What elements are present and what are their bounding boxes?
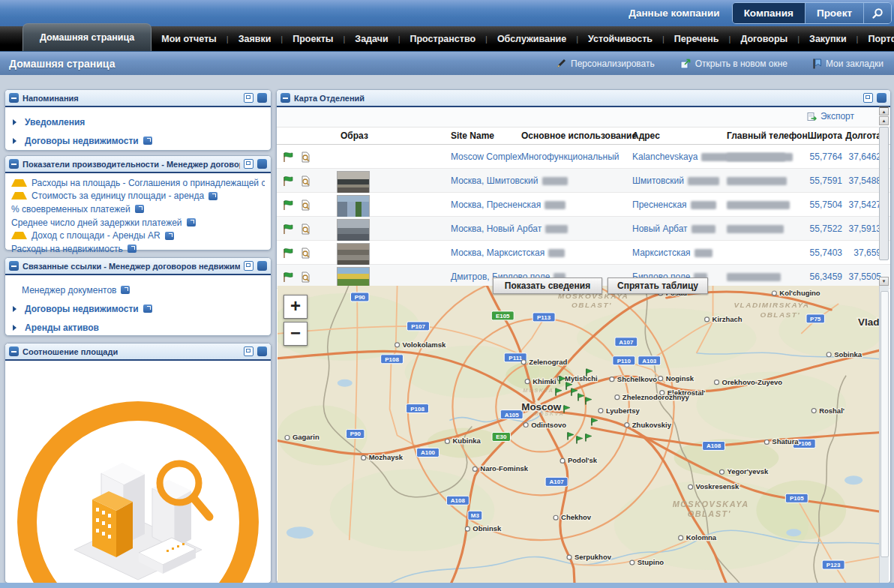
column-header[interactable]: Основное использование <box>521 128 631 144</box>
flag-icon[interactable] <box>283 272 295 283</box>
panel-menu-icon[interactable] <box>257 159 267 169</box>
restore-icon[interactable] <box>244 159 254 169</box>
restore-icon[interactable] <box>244 261 254 271</box>
panel-link[interactable]: Уведомления <box>13 112 263 131</box>
flag-icon[interactable] <box>283 152 295 163</box>
panel-menu-icon[interactable] <box>877 93 886 103</box>
panel-link[interactable]: Расходы на площадь - Соглашения о принад… <box>11 176 265 190</box>
panel-menu-icon[interactable] <box>257 93 267 103</box>
scrollbar-thumb[interactable] <box>879 127 889 260</box>
table-row[interactable]: Moscow ComplexМногофункциональныйKalanch… <box>277 145 890 169</box>
open-new-window-button[interactable]: Открыть в новом окне <box>680 58 788 69</box>
scroll-to-top-button[interactable]: ▲ <box>879 106 889 116</box>
table-row[interactable]: Москва, ШмитовскийШмитовский55,759137,54… <box>277 169 890 193</box>
panel-header[interactable]: Связанные ссылки - Менеджер договоров не… <box>5 258 271 275</box>
table-row[interactable]: Москва, МарксистскаяМарксистская55,74033… <box>277 241 890 265</box>
nav-tab-5[interactable]: Пространство <box>400 34 486 44</box>
report-icon[interactable] <box>143 136 152 145</box>
panel-link[interactable]: Менеджер документов <box>13 280 263 299</box>
nav-tab-2[interactable]: Заявки <box>229 34 281 44</box>
company-data-link[interactable]: Данные компании <box>628 8 719 19</box>
column-header[interactable]: Образ <box>337 128 452 144</box>
nav-tab-8[interactable]: Перечень <box>664 34 729 44</box>
collapse-icon[interactable] <box>9 261 19 271</box>
expand-arrow-icon[interactable] <box>13 138 20 144</box>
flag-icon[interactable] <box>283 200 295 211</box>
map-canvas[interactable]: MOSKOVSKAYAOBLAST'VLADIMIRSKAYAOBLAST'MO… <box>278 286 880 584</box>
column-header[interactable]: Главный телефон <box>727 128 806 144</box>
report-icon[interactable] <box>187 218 196 226</box>
site-photo-thumbnail[interactable] <box>337 243 370 266</box>
search-button[interactable] <box>864 3 891 23</box>
scroll-up-button[interactable]: ▲ <box>879 116 889 125</box>
document-preview-icon[interactable] <box>300 152 311 163</box>
column-header[interactable]: Адрес <box>632 128 727 144</box>
report-icon[interactable] <box>208 192 218 200</box>
site-photo-thumbnail[interactable] <box>337 195 370 218</box>
hide-table-button[interactable]: Спрятать таблицу <box>608 278 708 294</box>
nav-tab-6[interactable]: Обслуживание <box>488 34 576 44</box>
panel-menu-icon[interactable] <box>257 261 267 271</box>
flag-icon[interactable] <box>283 248 295 259</box>
address-link[interactable]: Пресненская <box>632 200 687 210</box>
panel-link[interactable]: Стоимость за единицу площади - аренда <box>11 190 265 203</box>
project-scope-button[interactable]: Проект <box>806 3 864 23</box>
report-icon[interactable] <box>135 205 144 213</box>
column-header[interactable]: Широта <box>803 128 842 144</box>
column-header[interactable]: Долгота <box>845 128 881 144</box>
table-row[interactable]: Москва, ПресненскаяПресненская55,750437,… <box>277 193 890 217</box>
export-button[interactable]: Экспорт <box>807 111 854 122</box>
document-preview-icon[interactable] <box>300 176 311 187</box>
panel-header[interactable]: Карта Отделений <box>277 90 890 107</box>
show-details-button[interactable]: Показать сведения <box>493 278 602 294</box>
address-link[interactable]: Kalanchevskaya <box>632 152 698 162</box>
collapse-icon[interactable] <box>9 346 19 356</box>
collapse-icon[interactable] <box>9 93 19 103</box>
collapse-icon[interactable] <box>9 159 19 169</box>
nav-tab-4[interactable]: Задачи <box>345 34 398 44</box>
panel-menu-icon[interactable] <box>257 346 267 356</box>
panel-link[interactable]: Договоры недвижимости <box>13 131 263 150</box>
panel-link[interactable]: Расходы на недвижимость <box>11 242 265 256</box>
panel-header[interactable]: Соотношение площади <box>5 344 271 361</box>
panel-link[interactable]: % своевременных платежей <box>11 202 265 216</box>
site-name-link[interactable]: Moscow Complex <box>451 152 522 162</box>
nav-tab-1[interactable]: Мои отчеты <box>152 34 226 44</box>
panel-link[interactable]: Договоры недвижимости <box>13 299 263 318</box>
zoom-in-button[interactable]: + <box>284 295 308 319</box>
address-link[interactable]: Марксистская <box>632 248 691 258</box>
report-icon[interactable] <box>121 286 130 294</box>
restore-icon[interactable] <box>244 346 254 356</box>
scroll-down-button[interactable]: ▼ <box>879 277 889 286</box>
report-icon[interactable] <box>143 304 152 313</box>
nav-tab-7[interactable]: Устойчивость <box>578 34 662 44</box>
document-preview-icon[interactable] <box>300 224 311 235</box>
restore-icon[interactable] <box>244 93 254 103</box>
flag-icon[interactable] <box>283 224 295 235</box>
flag-icon[interactable] <box>283 176 295 187</box>
panel-header[interactable]: Показатели производительности - Менеджер… <box>5 156 271 173</box>
site-photo-thumbnail[interactable] <box>337 219 370 242</box>
nav-tab-0[interactable]: Домашняя страница <box>22 23 152 52</box>
report-icon[interactable] <box>165 232 174 240</box>
panel-header[interactable]: Напоминания <box>5 90 271 107</box>
nav-tab-10[interactable]: Закупки <box>800 34 856 44</box>
document-preview-icon[interactable] <box>300 200 311 211</box>
nav-tab-11[interactable]: Портфолио <box>858 34 894 44</box>
expand-arrow-icon[interactable] <box>13 325 20 331</box>
expand-arrow-icon[interactable] <box>13 119 20 125</box>
company-scope-button[interactable]: Компания <box>733 3 806 23</box>
map-scrollbar[interactable] <box>879 286 889 583</box>
site-photo-thumbnail[interactable] <box>337 171 370 194</box>
nav-tab-9[interactable]: Договоры <box>730 34 797 44</box>
document-preview-icon[interactable] <box>300 248 311 259</box>
personalize-button[interactable]: Персонализировать <box>556 58 655 69</box>
address-link[interactable]: Новый Арбат <box>632 224 688 234</box>
document-preview-icon[interactable] <box>300 272 311 283</box>
table-scrollbar[interactable]: ▲ ▲ ▼ <box>879 106 889 286</box>
zoom-out-button[interactable]: − <box>284 322 308 346</box>
map-scrollbar-thumb[interactable] <box>880 291 889 557</box>
panel-link[interactable]: Среднее число дней задержки платежей <box>11 216 265 230</box>
expand-arrow-icon[interactable] <box>13 306 20 312</box>
nav-tab-3[interactable]: Проекты <box>283 34 343 44</box>
